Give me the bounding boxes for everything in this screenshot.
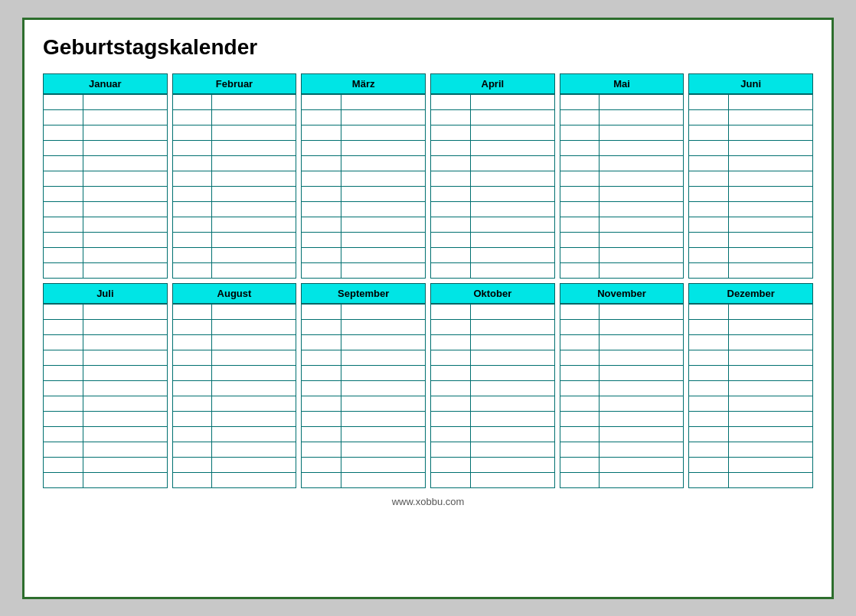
- name-cell[interactable]: [600, 304, 684, 319]
- day-cell[interactable]: [172, 304, 212, 319]
- name-cell[interactable]: [470, 247, 554, 262]
- day-cell[interactable]: [302, 442, 341, 457]
- day-cell[interactable]: [560, 125, 600, 140]
- day-cell[interactable]: [44, 380, 83, 396]
- name-cell[interactable]: [600, 94, 684, 109]
- name-cell[interactable]: [600, 171, 684, 186]
- name-cell[interactable]: [729, 186, 813, 201]
- name-cell[interactable]: [600, 201, 684, 217]
- day-cell[interactable]: [172, 247, 212, 262]
- day-cell[interactable]: [44, 155, 83, 171]
- day-cell[interactable]: [302, 304, 341, 319]
- day-cell[interactable]: [302, 411, 341, 426]
- name-cell[interactable]: [341, 171, 426, 186]
- name-cell[interactable]: [83, 186, 167, 201]
- day-cell[interactable]: [689, 232, 729, 247]
- name-cell[interactable]: [600, 472, 684, 487]
- name-cell[interactable]: [600, 350, 684, 365]
- name-cell[interactable]: [83, 319, 167, 334]
- day-cell[interactable]: [689, 94, 729, 109]
- day-cell[interactable]: [44, 232, 83, 247]
- day-cell[interactable]: [560, 247, 600, 262]
- name-cell[interactable]: [341, 109, 426, 125]
- day-cell[interactable]: [302, 247, 341, 262]
- name-cell[interactable]: [470, 426, 554, 442]
- name-cell[interactable]: [83, 380, 167, 396]
- day-cell[interactable]: [44, 171, 83, 186]
- name-cell[interactable]: [600, 365, 684, 380]
- name-cell[interactable]: [83, 201, 167, 217]
- name-cell[interactable]: [341, 232, 426, 247]
- name-cell[interactable]: [83, 232, 167, 247]
- day-cell[interactable]: [302, 155, 341, 171]
- name-cell[interactable]: [341, 472, 426, 487]
- day-cell[interactable]: [689, 442, 729, 457]
- name-cell[interactable]: [212, 319, 296, 334]
- name-cell[interactable]: [212, 140, 296, 155]
- day-cell[interactable]: [431, 201, 471, 217]
- day-cell[interactable]: [44, 140, 83, 155]
- name-cell[interactable]: [212, 109, 296, 125]
- day-cell[interactable]: [172, 109, 212, 125]
- name-cell[interactable]: [470, 411, 554, 426]
- name-cell[interactable]: [600, 232, 684, 247]
- day-cell[interactable]: [44, 247, 83, 262]
- name-cell[interactable]: [341, 396, 426, 411]
- name-cell[interactable]: [341, 411, 426, 426]
- name-cell[interactable]: [600, 442, 684, 457]
- name-cell[interactable]: [729, 396, 813, 411]
- name-cell[interactable]: [341, 365, 426, 380]
- day-cell[interactable]: [560, 334, 600, 350]
- day-cell[interactable]: [689, 109, 729, 125]
- name-cell[interactable]: [600, 457, 684, 472]
- day-cell[interactable]: [172, 217, 212, 232]
- name-cell[interactable]: [729, 201, 813, 217]
- name-cell[interactable]: [729, 426, 813, 442]
- day-cell[interactable]: [172, 396, 212, 411]
- name-cell[interactable]: [212, 94, 296, 109]
- day-cell[interactable]: [431, 380, 471, 396]
- name-cell[interactable]: [212, 380, 296, 396]
- day-cell[interactable]: [689, 186, 729, 201]
- name-cell[interactable]: [83, 262, 167, 278]
- day-cell[interactable]: [302, 186, 341, 201]
- day-cell[interactable]: [689, 350, 729, 365]
- day-cell[interactable]: [431, 94, 471, 109]
- name-cell[interactable]: [470, 186, 554, 201]
- name-cell[interactable]: [341, 155, 426, 171]
- name-cell[interactable]: [470, 442, 554, 457]
- day-cell[interactable]: [560, 380, 600, 396]
- name-cell[interactable]: [212, 247, 296, 262]
- name-cell[interactable]: [470, 350, 554, 365]
- name-cell[interactable]: [83, 247, 167, 262]
- day-cell[interactable]: [689, 319, 729, 334]
- day-cell[interactable]: [431, 472, 471, 487]
- day-cell[interactable]: [172, 319, 212, 334]
- name-cell[interactable]: [212, 304, 296, 319]
- day-cell[interactable]: [431, 334, 471, 350]
- name-cell[interactable]: [83, 125, 167, 140]
- name-cell[interactable]: [729, 171, 813, 186]
- day-cell[interactable]: [560, 217, 600, 232]
- name-cell[interactable]: [470, 155, 554, 171]
- day-cell[interactable]: [431, 140, 471, 155]
- name-cell[interactable]: [83, 171, 167, 186]
- day-cell[interactable]: [689, 262, 729, 278]
- day-cell[interactable]: [172, 125, 212, 140]
- name-cell[interactable]: [83, 457, 167, 472]
- day-cell[interactable]: [560, 186, 600, 201]
- day-cell[interactable]: [560, 396, 600, 411]
- name-cell[interactable]: [600, 217, 684, 232]
- day-cell[interactable]: [172, 155, 212, 171]
- day-cell[interactable]: [689, 304, 729, 319]
- name-cell[interactable]: [83, 365, 167, 380]
- day-cell[interactable]: [302, 94, 341, 109]
- day-cell[interactable]: [560, 472, 600, 487]
- day-cell[interactable]: [560, 109, 600, 125]
- day-cell[interactable]: [431, 396, 471, 411]
- day-cell[interactable]: [172, 350, 212, 365]
- day-cell[interactable]: [302, 365, 341, 380]
- day-cell[interactable]: [302, 171, 341, 186]
- day-cell[interactable]: [689, 140, 729, 155]
- day-cell[interactable]: [560, 365, 600, 380]
